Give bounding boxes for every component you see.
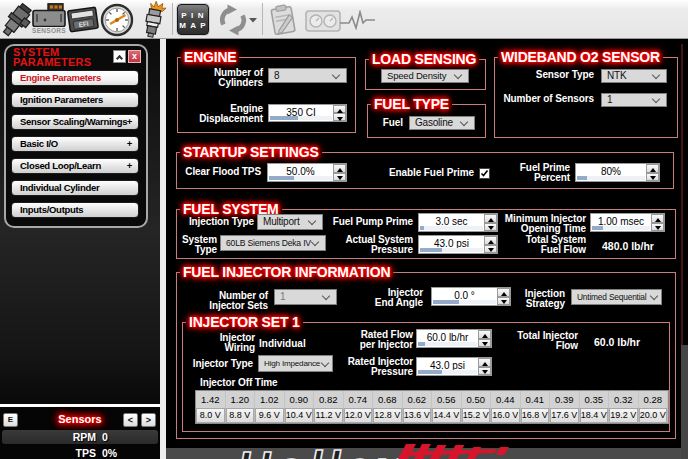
svg-text:EFI: EFI bbox=[78, 20, 89, 28]
svg-text:Holley: Holley bbox=[237, 444, 404, 459]
